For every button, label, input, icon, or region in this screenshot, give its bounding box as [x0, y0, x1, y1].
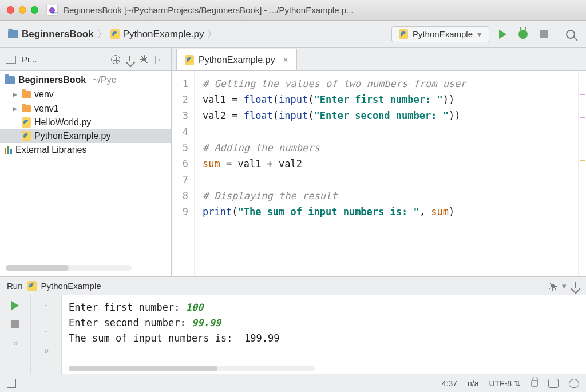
folder-icon — [8, 30, 18, 38]
main-area: Pr... |← BeginnersBook ~/Pyc ▸venv▸venv1… — [0, 48, 586, 276]
python-file-icon — [185, 55, 194, 65]
console-output[interactable]: Enter first number: 100 Enter second num… — [62, 295, 586, 366]
code-editor[interactable]: 1 2 3 4 5 6 7 8 9 # Getting the values o… — [172, 71, 586, 276]
cursor-position[interactable]: 4:37 — [442, 379, 457, 388]
error-stripe[interactable] — [578, 71, 586, 276]
bug-icon — [518, 30, 528, 39]
project-pane-label: Pr... — [22, 54, 37, 64]
search-icon — [566, 30, 575, 39]
more-nav-button[interactable]: » — [45, 346, 48, 355]
project-header: Pr... |← — [0, 48, 171, 71]
python-file-icon — [110, 29, 120, 39]
tree-item-label: PythonExample.py — [34, 131, 110, 141]
memory-indicator[interactable] — [569, 379, 579, 388]
folder-icon — [22, 105, 31, 112]
run-config-dropdown[interactable]: PythonExample ▾ — [391, 26, 489, 42]
run-label: Run — [7, 281, 23, 291]
folder-icon — [5, 76, 15, 84]
project-tree[interactable]: BeginnersBook ~/Pyc ▸venv▸venv1HelloWorl… — [0, 71, 171, 265]
tree-external-label: External Libraries — [15, 145, 87, 155]
breadcrumb-file[interactable]: PythonExample.py — [110, 29, 204, 40]
breadcrumb-file-label: PythonExample.py — [123, 29, 204, 40]
run-config-name: PythonExample — [41, 281, 101, 291]
editor-tabs: PythonExample.py × — [172, 48, 586, 71]
status-bar: 4:37 n/a UTF-8 ⇅ — [0, 374, 586, 392]
stop-process-button[interactable] — [11, 320, 19, 328]
breadcrumb-root-label: BeginnersBook — [22, 29, 94, 40]
play-icon — [499, 30, 506, 39]
window-controls — [7, 6, 38, 14]
scroll-from-source-button[interactable] — [111, 55, 120, 64]
tree-item-label: venv1 — [34, 104, 59, 114]
console-hscrollbar[interactable] — [62, 366, 586, 374]
editor-pane: PythonExample.py × 1 2 3 4 5 6 7 8 9 # G… — [172, 48, 586, 276]
download-log-button[interactable] — [571, 282, 579, 290]
libraries-icon — [5, 146, 12, 154]
run-controls: » — [0, 295, 31, 374]
stop-icon — [540, 30, 548, 38]
tree-item-label: venv — [34, 89, 54, 100]
breadcrumb: BeginnersBook 〉 PythonExample.py 〉 — [8, 27, 220, 41]
search-button[interactable] — [563, 27, 578, 42]
run-config-label: PythonExample — [413, 29, 473, 39]
disclosure-triangle-icon: ▸ — [13, 89, 18, 100]
toolwindows-button[interactable] — [7, 379, 16, 388]
tree-item[interactable]: ▸venv1 — [0, 101, 171, 116]
tree-item[interactable]: HelloWorld.py — [0, 116, 171, 129]
tree-item[interactable]: ▸venv — [0, 87, 171, 101]
down-arrow-button[interactable]: ↓ — [43, 323, 49, 335]
lock-icon[interactable] — [531, 380, 538, 387]
encoding-dropdown[interactable]: UTF-8 ⇅ — [489, 379, 521, 388]
editor-tab-label: PythonExample.py — [199, 55, 275, 65]
tree-external-libs[interactable]: External Libraries — [0, 143, 171, 157]
inspector-icon[interactable] — [548, 379, 559, 388]
up-arrow-button[interactable]: ↑ — [43, 301, 49, 313]
editor-tab[interactable]: PythonExample.py × — [176, 49, 297, 70]
tree-root-label: BeginnersBook — [18, 75, 86, 85]
minimize-window-button[interactable] — [19, 6, 26, 14]
chevron-right-icon: 〉 — [97, 27, 107, 41]
debug-button[interactable] — [516, 27, 530, 42]
python-file-icon — [27, 281, 37, 291]
chevron-right-icon: 〉 — [207, 27, 217, 41]
settings-button[interactable] — [140, 55, 149, 64]
project-toolwindow: Pr... |← BeginnersBook ~/Pyc ▸venv▸venv1… — [0, 48, 172, 276]
window-title: BeginnersBook [~/PycharmProjects/Beginne… — [64, 5, 354, 15]
tree-root-path: ~/Pyc — [93, 75, 116, 85]
stop-button[interactable] — [536, 27, 551, 42]
rerun-button[interactable] — [11, 301, 19, 310]
close-window-button[interactable] — [7, 6, 14, 14]
run-nav-controls: ↑ ↓ » — [31, 295, 62, 374]
project-view-icon[interactable] — [6, 56, 16, 64]
disclosure-triangle-icon: ▸ — [13, 103, 18, 114]
separator — [557, 26, 557, 42]
chevron-down-icon: ▾ — [562, 281, 567, 291]
inspection-status[interactable]: n/a — [468, 379, 478, 388]
chevron-down-icon: ▾ — [477, 29, 482, 39]
hide-button[interactable]: |← — [155, 54, 165, 64]
collapse-all-button[interactable] — [126, 56, 134, 64]
run-button[interactable] — [495, 27, 510, 42]
run-settings-button[interactable] — [548, 282, 557, 291]
toolbar: BeginnersBook 〉 PythonExample.py 〉 Pytho… — [0, 21, 586, 48]
python-file-icon — [399, 29, 408, 39]
project-hscrollbar[interactable] — [0, 265, 171, 276]
tree-root[interactable]: BeginnersBook ~/Pyc — [0, 73, 171, 87]
python-file-icon — [22, 131, 31, 141]
pycharm-icon: PY — [46, 5, 58, 16]
titlebar: PY BeginnersBook [~/PycharmProjects/Begi… — [0, 0, 586, 21]
line-gutter: 1 2 3 4 5 6 7 8 9 — [172, 71, 195, 276]
folder-icon — [22, 91, 31, 98]
run-toolwindow: Run PythonExample ▾ » ↑ ↓ » Enter first … — [0, 276, 586, 374]
zoom-window-button[interactable] — [31, 6, 38, 14]
breadcrumb-root[interactable]: BeginnersBook — [8, 29, 94, 40]
python-file-icon — [22, 117, 31, 128]
run-header: Run PythonExample ▾ — [0, 277, 586, 295]
code-content[interactable]: # Getting the values of two numbers from… — [195, 71, 578, 276]
more-actions-button[interactable]: » — [14, 338, 17, 347]
tree-item-label: HelloWorld.py — [34, 117, 91, 128]
encoding-label: UTF-8 — [489, 379, 512, 388]
tree-item[interactable]: PythonExample.py — [0, 129, 171, 143]
close-tab-button[interactable]: × — [283, 55, 288, 65]
